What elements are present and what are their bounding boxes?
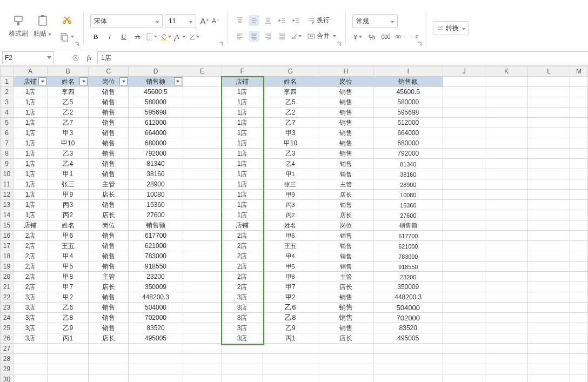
col-header-F[interactable]: F <box>222 66 263 77</box>
align-right-button[interactable] <box>263 31 273 42</box>
cell[interactable]: 王五 <box>48 241 89 251</box>
cell[interactable]: 店铺 <box>13 220 47 231</box>
cell[interactable] <box>443 292 485 303</box>
cell[interactable]: 姓名 <box>48 77 89 87</box>
cell[interactable]: 丙2 <box>265 210 315 219</box>
cell[interactable]: 姓名 <box>263 77 318 87</box>
align-middle-button[interactable] <box>249 15 259 26</box>
cell[interactable]: 1店 <box>222 108 263 118</box>
cell[interactable] <box>485 210 527 220</box>
cell[interactable]: 2店 <box>222 231 263 241</box>
cell[interactable] <box>527 272 570 282</box>
cell[interactable]: 783000 <box>377 251 439 260</box>
col-header-D[interactable]: D <box>129 66 183 77</box>
cell[interactable] <box>527 303 570 313</box>
cell[interactable] <box>527 374 570 383</box>
row-header-22[interactable]: 22 <box>1 292 14 303</box>
cell[interactable] <box>527 200 570 210</box>
cell[interactable] <box>527 118 570 128</box>
cell[interactable] <box>443 303 485 313</box>
cell[interactable] <box>527 169 570 179</box>
cell[interactable]: 1店 <box>222 169 263 179</box>
col-header-C[interactable]: C <box>89 66 129 77</box>
cell[interactable]: 销售 <box>89 169 129 179</box>
cell[interactable] <box>222 374 263 383</box>
orientation-button[interactable]: ab <box>291 31 302 42</box>
cell[interactable]: 店长 <box>321 190 371 199</box>
cell[interactable] <box>485 323 527 333</box>
cell[interactable]: 甲3 <box>263 128 318 138</box>
cell[interactable]: 主管 <box>321 272 371 281</box>
cell[interactable]: 乙3 <box>48 149 89 159</box>
cell[interactable] <box>570 179 588 190</box>
cell[interactable] <box>443 169 485 179</box>
cell[interactable]: 张三 <box>265 179 315 189</box>
cell[interactable]: 销售 <box>89 231 129 241</box>
col-header-I[interactable]: I <box>373 66 443 77</box>
cell[interactable] <box>443 323 485 333</box>
decrease-decimal-button[interactable]: ←.0 <box>409 31 419 42</box>
cell[interactable] <box>183 303 222 313</box>
cell[interactable] <box>183 323 222 333</box>
copy-button[interactable] <box>57 30 77 43</box>
cell[interactable]: 38160 <box>377 169 439 178</box>
cell[interactable] <box>48 374 89 383</box>
cell[interactable]: 3店 <box>222 292 263 303</box>
cell[interactable]: 617700 <box>377 231 439 240</box>
cell[interactable] <box>485 220 527 231</box>
row-header-13[interactable]: 13 <box>1 200 14 210</box>
cell[interactable] <box>485 344 527 354</box>
row-header-26[interactable]: 26 <box>1 333 14 344</box>
cell[interactable] <box>183 159 222 169</box>
cell[interactable] <box>183 241 222 251</box>
cell[interactable] <box>89 374 129 383</box>
cell[interactable]: 乙2 <box>48 108 89 118</box>
cell[interactable]: 店长 <box>318 282 373 292</box>
cell[interactable] <box>373 344 443 354</box>
cell[interactable] <box>129 344 183 354</box>
cell[interactable]: 1店 <box>222 128 263 138</box>
col-header-G[interactable]: G <box>263 66 318 77</box>
cell[interactable] <box>570 169 588 179</box>
cell[interactable]: 504000 <box>373 303 443 313</box>
cell[interactable]: 783000 <box>129 251 183 262</box>
cell[interactable]: 销售额 <box>373 77 443 87</box>
row-header-24[interactable]: 24 <box>1 313 14 323</box>
cell[interactable] <box>129 374 183 383</box>
cell[interactable]: 店长 <box>89 210 129 220</box>
cell[interactable] <box>570 87 588 97</box>
cell[interactable]: 销售 <box>89 87 129 97</box>
cell[interactable]: 主管 <box>89 272 129 282</box>
cell[interactable]: 1店 <box>222 138 263 149</box>
cell[interactable]: 销售 <box>89 108 129 118</box>
row-header-6[interactable]: 6 <box>1 128 14 138</box>
cell[interactable]: 销售 <box>318 108 373 118</box>
select-all-corner[interactable] <box>1 66 14 77</box>
cell[interactable] <box>443 210 485 220</box>
decrease-indent-button[interactable] <box>277 15 288 26</box>
cell[interactable] <box>443 241 485 251</box>
cell[interactable] <box>485 179 527 190</box>
cell[interactable]: 销售 <box>89 118 129 128</box>
col-header-B[interactable]: B <box>48 66 89 77</box>
cell[interactable]: 1店 <box>13 169 47 179</box>
cell[interactable] <box>570 354 588 364</box>
cell[interactable]: 丙1 <box>48 333 89 344</box>
cell[interactable] <box>443 313 485 323</box>
cell[interactable] <box>527 241 570 251</box>
col-header-K[interactable]: K <box>485 66 527 77</box>
format-painter-button[interactable] <box>10 13 27 28</box>
cell[interactable] <box>527 159 570 169</box>
col-header-L[interactable]: L <box>527 66 570 77</box>
cell[interactable] <box>570 251 588 262</box>
cell[interactable] <box>485 169 527 179</box>
cell[interactable]: 主管 <box>321 179 371 189</box>
cell[interactable] <box>48 364 89 374</box>
row-header-28[interactable]: 28 <box>1 354 14 364</box>
cell[interactable]: 702000 <box>373 313 443 323</box>
cell[interactable] <box>485 128 527 138</box>
cell[interactable] <box>89 364 129 374</box>
cell[interactable] <box>443 97 485 108</box>
cell[interactable] <box>183 231 222 241</box>
cell[interactable]: 甲5 <box>48 262 89 272</box>
